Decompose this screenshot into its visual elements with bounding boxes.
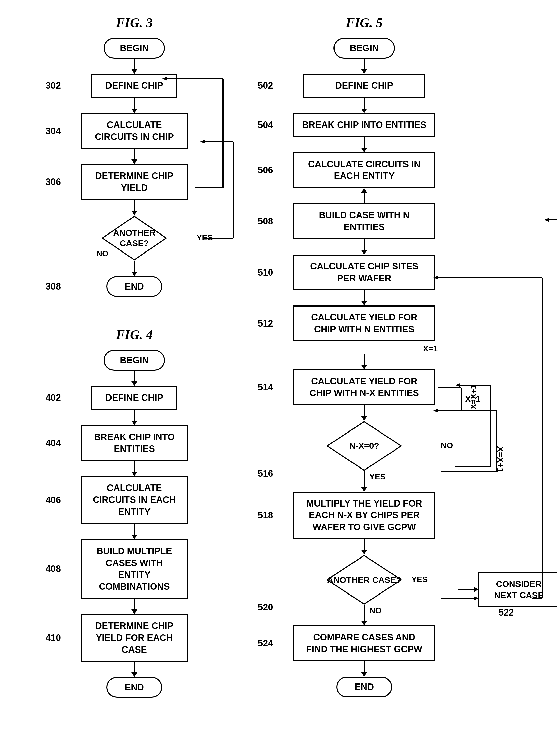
fig5-no-loop xyxy=(453,370,498,497)
fig5-arrow-with-back xyxy=(250,188,478,203)
fig5-define-chip-row: 502 DEFINE CHIP xyxy=(250,74,478,98)
fig4-label-408: 408 xyxy=(46,564,61,574)
fig5-calc-sites: CALCULATE CHIP SITES PER WAFER xyxy=(293,255,435,290)
fig3-det-yield-row: 306 DETERMINE CHIP YIELD xyxy=(46,164,223,200)
fig4-label-402: 402 xyxy=(46,392,61,403)
fig5-calc-circuits-row: 506 CALCULATE CIRCUITS IN EACH ENTITY xyxy=(250,152,478,188)
fig5-label-504: 504 xyxy=(258,120,273,130)
fig4-arrow5 xyxy=(131,599,137,614)
fig4-arrow4 xyxy=(131,524,137,539)
fig5-arrow7 xyxy=(361,354,367,369)
fig5-nx-zero: N-X=0? xyxy=(326,421,402,471)
fig4-define-chip-row: 402 DEFINE CHIP xyxy=(46,386,223,410)
fig5-x1-area: X=1 xyxy=(288,341,440,369)
fig5-label-510: 510 xyxy=(258,267,273,278)
fig5-arrow2 xyxy=(361,98,367,113)
fig5-arrow9 xyxy=(361,471,367,492)
fig5-label-520: 520 xyxy=(258,602,273,613)
fig4-diagram: FIG. 4 BEGIN 402 DEFINE CHIP 404 BREAK C… xyxy=(46,327,223,698)
fig5-diagram: FIG. 5 BEGIN 502 DEFINE CHIP 504 BREAK C… xyxy=(250,15,478,697)
fig3-define-chip-row: 302 DEFINE CHIP xyxy=(46,74,223,98)
fig5-begin-row: BEGIN xyxy=(250,38,478,59)
fig5-begin: BEGIN xyxy=(333,38,395,59)
fig5-arrow5 xyxy=(361,239,367,255)
fig3-diagram: FIG. 3 BEGIN 302 DEFINE CHIP 304 CALCULA… xyxy=(46,15,223,297)
fig5-calc-yield-n: CALCULATE YIELD FOR CHIP WITH N ENTITIES xyxy=(293,306,435,341)
fig5-build-case-row: 508 BUILD CASE WITH N ENTITIES xyxy=(250,203,478,239)
fig3-label-302: 302 xyxy=(46,80,61,91)
fig5-no2-label: NO xyxy=(369,606,381,615)
fig3-arrow2 xyxy=(131,98,137,113)
right-column: FIG. 5 BEGIN 502 DEFINE CHIP 504 BREAK C… xyxy=(230,15,547,741)
fig5-arrow3 xyxy=(361,137,367,152)
fig4-break-chip-row: 404 BREAK CHIP INTO ENTITIES xyxy=(46,425,223,461)
fig5-x1-label: X=1 xyxy=(423,344,438,354)
fig5-yes-arrow xyxy=(474,586,478,592)
fig4-label-410: 410 xyxy=(46,633,61,643)
fig3-end: END xyxy=(107,276,162,297)
fig5-multiply-row: 518 MULTIPLY THE YIELD FOR EACH N-X BY C… xyxy=(250,492,478,539)
svg-marker-13 xyxy=(544,218,549,222)
fig4-define-chip: DEFINE CHIP xyxy=(91,386,177,410)
fig5-label-502: 502 xyxy=(258,80,273,91)
fig5-end: END xyxy=(336,677,392,697)
fig3-arrow3 xyxy=(131,149,137,164)
fig5-define-chip: DEFINE CHIP xyxy=(303,74,425,98)
svg-marker-9 xyxy=(456,383,461,387)
fig5-multiply: MULTIPLY THE YIELD FOR EACH N-X BY CHIPS… xyxy=(293,492,435,539)
fig5-label-512: 512 xyxy=(258,318,273,329)
fig3-yes-loop xyxy=(198,137,238,263)
fig5-arrow8 xyxy=(361,405,367,421)
fig4-end: END xyxy=(107,677,162,698)
fig5-arrow1 xyxy=(361,59,367,74)
fig5-arrow6 xyxy=(361,290,367,306)
fig5-compare: COMPARE CASES AND FIND THE HIGHEST GCPW xyxy=(293,625,435,662)
fig3-another-case-text: ANOTHER CASE? xyxy=(101,228,167,248)
fig3-label-308: 308 xyxy=(46,281,61,292)
fig4-begin: BEGIN xyxy=(104,350,165,371)
fig5-label-514: 514 xyxy=(258,382,273,393)
fig5-calc-yield-nx-row: 514 CALCULATE YIELD FOR CHIP WITH N-X EN… xyxy=(250,369,478,405)
fig5-label-506: 506 xyxy=(258,165,273,175)
fig5-x1-row: X=1 xyxy=(288,341,440,354)
fig5-nx-decision-row: 516 N-X=0? NO YES xyxy=(250,421,478,471)
fig5-another-case-row: 520 ANOTHER CASE? YES CONSIDER xyxy=(250,555,478,605)
fig4-label-406: 406 xyxy=(46,495,61,506)
fig4-build-cases: BUILD MULTIPLE CASES WITH ENTITY COMBINA… xyxy=(81,539,187,599)
fig5-end-row: END xyxy=(250,677,478,697)
fig4-calc-circuits: CALCULATE CIRCUITS IN EACH ENTITY xyxy=(81,476,187,524)
fig5-break-chip-row: 504 BREAK CHIP INTO ENTITIES xyxy=(250,113,478,137)
fig4-title: FIG. 4 xyxy=(116,327,152,342)
page: FIG. 3 BEGIN 302 DEFINE CHIP 304 CALCULA… xyxy=(0,0,557,756)
fig5-arrow10 xyxy=(361,539,367,555)
fig3-det-yield: DETERMINE CHIP YIELD xyxy=(81,164,187,200)
fig5-arrow4 xyxy=(361,188,367,203)
fig3-arrow1 xyxy=(131,59,137,74)
fig3-decision-area: ANOTHER CASE? YES NO xyxy=(46,215,223,261)
fig5-label-524: 524 xyxy=(258,638,273,649)
svg-marker-4 xyxy=(200,140,205,144)
fig3-another-case: ANOTHER CASE? xyxy=(101,215,167,261)
fig3-label-306: 306 xyxy=(46,177,61,187)
fig5-title: FIG. 5 xyxy=(346,15,382,30)
fig5-calc-circuits: CALCULATE CIRCUITS IN EACH ENTITY xyxy=(293,152,435,188)
fig5-another-case-area: 520 ANOTHER CASE? YES CONSIDER xyxy=(250,555,478,605)
fig5-calc-yield-nx-area: 514 CALCULATE YIELD FOR CHIP WITH N-X EN… xyxy=(250,369,478,405)
fig3-no-label: NO xyxy=(96,249,109,258)
fig5-label-518: 518 xyxy=(258,510,273,521)
fig5-no-label: NO xyxy=(441,441,453,450)
fig4-arrow3 xyxy=(131,461,137,476)
fig4-break-chip: BREAK CHIP INTO ENTITIES xyxy=(81,425,187,461)
fig4-calc-circuits-row: 406 CALCULATE CIRCUITS IN EACH ENTITY xyxy=(46,476,223,524)
fig5-nx-zero-text: N-X=0? xyxy=(349,441,379,451)
fig3-arrow5 xyxy=(131,261,137,276)
fig5-arrow11 xyxy=(361,605,367,625)
fig5-yes-label: YES xyxy=(369,472,385,481)
fig3-arrow4 xyxy=(131,200,137,215)
fig5-build-case: BUILD CASE WITH N ENTITIES xyxy=(293,203,435,239)
fig4-arrow2 xyxy=(131,410,137,425)
fig5-another-case-text: ANOTHER CASE? xyxy=(327,575,402,585)
fig5-arrow12 xyxy=(361,662,367,677)
fig5-nx-decision-area: 516 N-X=0? NO YES xyxy=(250,421,478,471)
fig3-label-304: 304 xyxy=(46,126,61,136)
